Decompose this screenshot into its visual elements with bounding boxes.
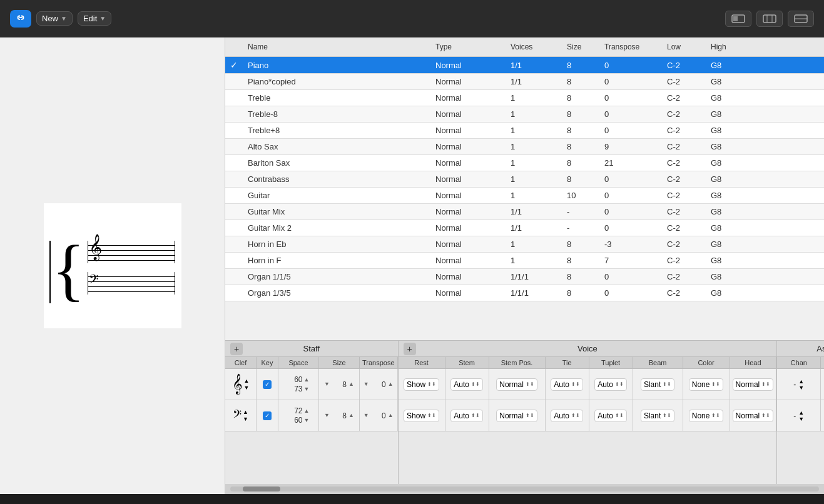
row-size-12: 8	[562, 253, 599, 268]
assign-col-headers: Chan Split	[777, 357, 824, 369]
edit-button[interactable]: Edit ▼	[78, 11, 111, 26]
size-down-2[interactable]: ▼	[324, 413, 330, 418]
row-check-9	[225, 209, 243, 215]
space-header: Space	[278, 357, 319, 368]
row-high-9: G8	[706, 204, 750, 219]
svg-rect-1	[733, 16, 738, 21]
view-mode-3[interactable]	[788, 11, 814, 27]
space-top-1: 60	[288, 375, 303, 384]
table-row[interactable]: Guitar Mix 2 Normal 1/1 - 0 C-2 G8	[225, 220, 824, 236]
transpose-down-1[interactable]: ▼	[364, 381, 369, 387]
row-check-14	[225, 290, 243, 296]
table-row[interactable]: Guitar Normal 1 10 0 C-2 G8	[225, 188, 824, 204]
key-checkbox-2[interactable]: ✓	[263, 411, 272, 420]
row-name-6: Bariton Sax	[243, 155, 430, 171]
stempos-dropdown-2[interactable]: Normal ⬆⬇	[496, 410, 537, 422]
add-staff-button[interactable]: +	[230, 343, 243, 355]
stem-dropdown-1[interactable]: Auto ⬆⬇	[450, 378, 483, 391]
rest-dropdown-1[interactable]: Show ⬆⬇	[404, 378, 439, 391]
row-check-6	[225, 160, 243, 166]
table-row[interactable]: Horn in F Normal 1 8 7 C-2 G8	[225, 253, 824, 269]
table-row[interactable]: Bariton Sax Normal 1 8 21 C-2 G8	[225, 155, 824, 171]
table-row[interactable]: ✓ Piano Normal 1/1 8 0 C-2 G8	[225, 57, 824, 74]
view-mode-1[interactable]	[725, 11, 751, 27]
tie-dropdown-1[interactable]: Auto ⬆⬇	[551, 378, 583, 391]
treble-staff: 𝄞	[88, 241, 175, 263]
rest-header: Rest	[399, 357, 445, 368]
color-header: Color	[683, 357, 730, 368]
size-up-2[interactable]: ▲	[348, 413, 354, 418]
stem-val-1: Auto	[454, 380, 469, 389]
space-bottom-down-2[interactable]: ▼	[304, 418, 310, 423]
head-dropdown-2[interactable]: Normal ⬆⬇	[733, 410, 774, 422]
tie-dropdown-2[interactable]: Auto ⬆⬇	[551, 410, 583, 422]
stempos-dropdown-1[interactable]: Normal ⬆⬇	[496, 378, 537, 391]
clef-down-1[interactable]: ▼	[244, 385, 250, 391]
space-top-up-1[interactable]: ▲	[304, 377, 310, 383]
stem-dropdown-2[interactable]: Auto ⬆⬇	[450, 410, 483, 422]
size-down-1[interactable]: ▼	[324, 381, 330, 387]
space-top-up-2[interactable]: ▲	[304, 408, 310, 414]
tie-header: Tie	[546, 357, 589, 368]
transpose-up-2[interactable]: ▲	[388, 413, 394, 418]
head-val-2: Normal	[736, 411, 760, 420]
horizontal-scrollbar[interactable]	[225, 484, 824, 494]
row-type-9: Normal	[430, 204, 506, 219]
table-row[interactable]: Organ 1/1/5 Normal 1/1/1 8 0 C-2 G8	[225, 269, 824, 285]
rest-dropdown-2[interactable]: Show ⬆⬇	[404, 410, 439, 422]
table-row[interactable]: Contrabass Normal 1 8 0 C-2 G8	[225, 171, 824, 188]
space-bottom-down-1[interactable]: ▼	[304, 386, 310, 392]
space-cell-2: 72 ▲ 60 ▼	[278, 400, 319, 431]
chan-up-2[interactable]: ▲	[798, 410, 804, 416]
table-row[interactable]: Alto Sax Normal 1 8 9 C-2 G8	[225, 139, 824, 155]
beam-dropdown-2[interactable]: Slant ⬆⬇	[641, 410, 674, 422]
row-type-8: Normal	[430, 188, 506, 203]
table-row[interactable]: Organ 1/3/5 Normal 1/1/1 8 0 C-2 G8	[225, 285, 824, 301]
head-header: Head	[730, 357, 777, 368]
chan-down-2[interactable]: ▼	[798, 416, 804, 422]
row-type-4: Normal	[430, 123, 506, 138]
chan-down-1[interactable]: ▼	[798, 385, 804, 391]
row-check-4	[225, 128, 243, 134]
row-voices-14: 1/1/1	[506, 285, 562, 301]
row-name-1: Piano*copied	[243, 74, 430, 89]
transpose-up-1[interactable]: ▲	[388, 381, 394, 387]
space-bottom-2: 60	[288, 416, 303, 425]
size-up-1[interactable]: ▲	[348, 381, 354, 387]
add-voice-button[interactable]: +	[404, 343, 416, 355]
view-mode-2[interactable]	[756, 11, 783, 27]
clef-up-2[interactable]: ▲	[243, 409, 248, 415]
transpose-down-2[interactable]: ▼	[364, 413, 369, 418]
table-row[interactable]: Treble Normal 1 8 0 C-2 G8	[225, 90, 824, 106]
scrollbar-thumb[interactable]	[243, 486, 280, 491]
chan-up-1[interactable]: ▲	[798, 378, 804, 385]
row-low-9: C-2	[662, 204, 706, 219]
row-low-1: C-2	[662, 74, 706, 89]
color-dropdown-2[interactable]: None ⬆⬇	[689, 410, 724, 422]
tuplet-dropdown-1[interactable]: Auto ⬆⬇	[594, 378, 627, 391]
table-row[interactable]: Treble-8 Normal 1 8 0 C-2 G8	[225, 106, 824, 123]
beam-dropdown-1[interactable]: Slant ⬆⬇	[641, 378, 674, 391]
key-checkbox-1[interactable]: ✓	[263, 380, 272, 389]
clef-down-2[interactable]: ▼	[243, 416, 248, 422]
rest-arr-2: ⬆⬇	[427, 413, 436, 418]
table-row[interactable]: Piano*copied Normal 1/1 8 0 C-2 G8	[225, 74, 824, 90]
new-button[interactable]: New ▼	[36, 11, 73, 26]
stempos-header: Stem Pos.	[489, 357, 546, 368]
table-row[interactable]: Treble+8 Normal 1 8 0 C-2 G8	[225, 123, 824, 139]
col-check	[225, 40, 243, 54]
clef-up-1[interactable]: ▲	[244, 378, 250, 384]
link-button[interactable]	[10, 10, 31, 28]
table-row[interactable]: Guitar Mix Normal 1/1 - 0 C-2 G8	[225, 204, 824, 220]
row-high-12: G8	[706, 253, 750, 268]
right-panel: Name Type Voices Size Transpose Low High…	[225, 38, 824, 494]
color-dropdown-1[interactable]: None ⬆⬇	[689, 378, 724, 391]
row-name-7: Contrabass	[243, 171, 430, 187]
tie-cell-2: Auto ⬆⬇	[546, 400, 589, 431]
tuplet-dropdown-2[interactable]: Auto ⬆⬇	[594, 410, 627, 422]
row-check-5	[225, 144, 243, 150]
key-header: Key	[257, 357, 278, 368]
table-row[interactable]: Horn in Eb Normal 1 8 -3 C-2 G8	[225, 236, 824, 253]
row-name-4: Treble+8	[243, 123, 430, 138]
head-dropdown-1[interactable]: Normal ⬆⬇	[733, 378, 774, 391]
